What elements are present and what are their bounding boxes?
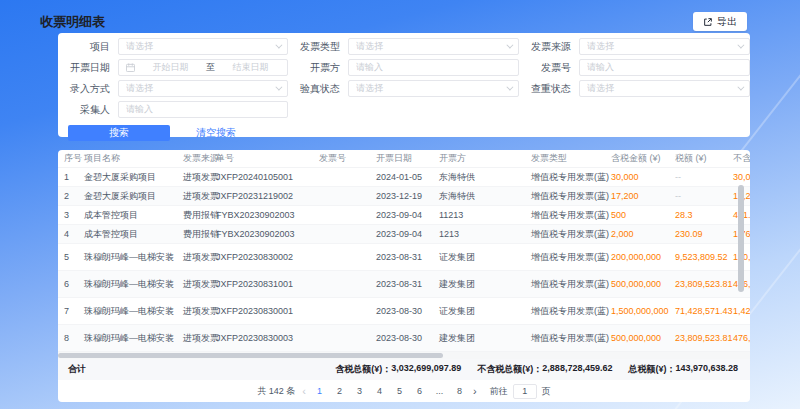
cell-tax: -- (675, 172, 733, 182)
cell-tax: -- (675, 191, 733, 201)
export-label: 导出 (717, 15, 737, 29)
cell-source: 进项发票 (183, 332, 216, 345)
table-row[interactable]: 8 珠穆朗玛峰—电梯安装 进项发票 JXFP20230830003 2023-0… (58, 325, 750, 352)
filter-label-invoice-no: 发票号 (519, 61, 571, 75)
goto-page-input[interactable] (513, 384, 537, 399)
calendar-icon (126, 63, 135, 72)
cell-order-no: FYBX20230902003 (216, 210, 319, 220)
header-source: 发票来源 (183, 152, 216, 165)
table-row[interactable]: 6 珠穆朗玛峰—电梯安装 进项发票 JXFP20230831001 2023-0… (58, 271, 750, 298)
table-row[interactable]: 1 金碧大厦采购项目 进项发票 JXFP20240105001 2024-01-… (58, 168, 750, 187)
page-button-3[interactable]: 3 (353, 386, 366, 396)
dup-status-select[interactable]: 请选择 (579, 80, 750, 97)
cell-no: 1 (64, 172, 84, 182)
vertical-scrollbar[interactable] (738, 185, 744, 292)
cell-source: 进项发票 (183, 305, 216, 318)
cell-project: 珠穆朗玛峰—电梯安装 (84, 305, 183, 318)
search-button[interactable]: 搜索 (68, 125, 170, 141)
chevron-down-icon (506, 42, 513, 49)
cell-date: 2023-09-04 (376, 210, 439, 220)
clear-search-link[interactable]: 清空搜索 (196, 126, 236, 140)
invoice-type-select[interactable]: 请选择 (348, 38, 519, 55)
cell-tax: 28.3 (675, 210, 733, 220)
invoice-source-placeholder: 请选择 (587, 40, 731, 53)
project-select[interactable]: 请选择 (118, 38, 288, 55)
page-ellipsis[interactable]: ... (433, 386, 446, 396)
cell-date: 2023-09-04 (376, 229, 439, 239)
cell-no: 6 (64, 279, 84, 289)
header-amount-excl: 不含税金额 (¥) (733, 152, 750, 165)
page-button-8[interactable]: 8 (453, 386, 466, 396)
cell-date: 2023-08-31 (376, 279, 439, 289)
prev-page-button[interactable]: ‹ (302, 386, 306, 397)
cell-date: 2023-12-19 (376, 191, 439, 201)
cell-amount-incl: 1,500,000,000 (611, 306, 675, 316)
table-row[interactable]: 4 成本管控项目 费用报销 FYBX20230902003 2023-09-04… (58, 225, 750, 244)
export-button[interactable]: 导出 (693, 12, 747, 31)
cell-type: 增值税专用发票(蓝) (531, 278, 611, 291)
pagination-total: 共 142 条 (257, 385, 295, 398)
export-icon (703, 17, 713, 27)
cell-no: 2 (64, 191, 84, 201)
cell-amount-incl: 500,000,000 (611, 333, 675, 343)
invoice-no-input[interactable]: 请输入 (579, 59, 750, 76)
header-no: 序号 (64, 152, 84, 165)
cell-order-no: JXFP20230830003 (216, 333, 319, 343)
chevron-down-icon (737, 84, 744, 91)
dup-status-placeholder: 请选择 (587, 82, 731, 95)
next-page-button[interactable]: › (473, 386, 477, 397)
table-row[interactable]: 2 金碧大厦采购项目 进项发票 JXFP20231219002 2023-12-… (58, 187, 750, 206)
total-tax-value: 143,970,638.28 (675, 363, 738, 376)
cell-date: 2023-08-30 (376, 306, 439, 316)
filter-field-invoice-source: 发票来源 请选择 (519, 38, 750, 55)
cell-issuer: 证发集团 (439, 305, 531, 318)
table-row[interactable]: 5 珠穆朗玛峰—电梯安装 进项发票 JXFP20230830002 2023-0… (58, 244, 750, 271)
header-order-no: 单号 (216, 152, 319, 165)
title-bar: 收票明细表 导出 (30, 10, 755, 33)
filter-field-entry-method: 录入方式 请选择 (58, 80, 288, 97)
collector-input[interactable]: 请输入 (118, 101, 288, 118)
cell-order-no: FYBX20230902003 (216, 229, 319, 239)
invoice-type-placeholder: 请选择 (356, 40, 500, 53)
filter-label-project: 项目 (58, 40, 110, 54)
filter-field-project: 项目 请选择 (58, 38, 288, 55)
cell-issuer: 东海特供 (439, 171, 531, 184)
verify-status-select[interactable]: 请选择 (348, 80, 519, 97)
cell-order-no: JXFP20230830002 (216, 252, 319, 262)
issuer-input[interactable]: 请输入 (348, 59, 519, 76)
filter-field-invoice-type: 发票类型 请选择 (288, 38, 519, 55)
cell-type: 增值税专用发票(蓝) (531, 228, 611, 241)
horizontal-scrollbar-thumb[interactable] (58, 353, 443, 358)
cell-order-no: JXFP20231219002 (216, 191, 319, 201)
issuer-placeholder: 请输入 (356, 61, 511, 74)
page-button-2[interactable]: 2 (333, 386, 346, 396)
cell-project: 成本管控项目 (84, 228, 183, 241)
cell-tax: 71,428,571.43 (675, 306, 733, 316)
table-row[interactable]: 7 珠穆朗玛峰—电梯安装 进项发票 JXFP20230830001 2023-0… (58, 298, 750, 325)
filter-field-dup-status: 查重状态 请选择 (519, 80, 750, 97)
entry-method-select[interactable]: 请选择 (118, 80, 288, 97)
total-excl-label: 不含税总额(¥)： (477, 363, 542, 376)
cell-project: 金碧大厦采购项目 (84, 190, 183, 203)
page-button-6[interactable]: 6 (413, 386, 426, 396)
verify-status-placeholder: 请选择 (356, 82, 500, 95)
page-title: 收票明细表 (40, 13, 105, 31)
cell-issuer: 1213 (439, 229, 531, 239)
cell-tax: 9,523,809.52 (675, 252, 733, 262)
header-type: 发票类型 (531, 152, 611, 165)
desktop-background: 收票明细表 导出 项目 请选择 (0, 0, 800, 409)
total-tax-label: 总税额(¥)： (628, 363, 675, 376)
filter-field-issuer: 开票方 请输入 (288, 59, 519, 76)
table-row[interactable]: 3 成本管控项目 费用报销 FYBX20230902003 2023-09-04… (58, 206, 750, 225)
page-button-5[interactable]: 5 (393, 386, 406, 396)
invoice-date-range-picker[interactable]: 开始日期 至 结束日期 (118, 59, 288, 76)
horizontal-scrollbar[interactable] (58, 352, 750, 359)
cell-issuer: 证发集团 (439, 251, 531, 264)
page-button-1[interactable]: 1 (313, 386, 326, 396)
filter-field-invoice-date: 开票日期 开始日期 至 结束日期 (58, 59, 288, 76)
cell-source: 进项发票 (183, 190, 216, 203)
page-button-4[interactable]: 4 (373, 386, 386, 396)
invoice-source-select[interactable]: 请选择 (579, 38, 750, 55)
filter-field-collector: 采集人 请输入 (58, 101, 288, 118)
cell-order-no: JXFP20230830001 (216, 306, 319, 316)
